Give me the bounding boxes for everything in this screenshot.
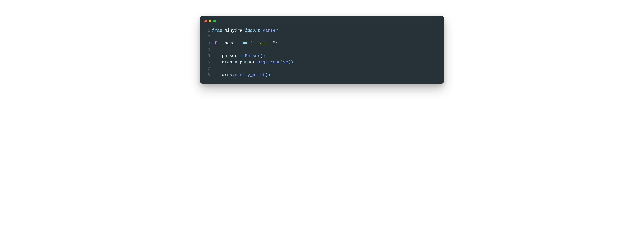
code-token: parser [212, 54, 240, 58]
code-token: Parser [245, 54, 260, 58]
code-token: import [245, 28, 263, 33]
line-number: 4 [205, 47, 210, 53]
code-token: __name__ [220, 41, 242, 46]
code-token: parser [240, 60, 255, 65]
code-token: args [258, 60, 268, 65]
code-line: 1from minydra import Parser [205, 27, 439, 34]
code-line: 5 parser = Parser() [205, 53, 439, 59]
code-token: if [212, 41, 220, 46]
line-number: 7 [205, 66, 210, 72]
code-content: args = parser.args.resolve() [212, 59, 293, 66]
code-token: () [265, 73, 270, 77]
code-line: 3if __name__ == "__main__": [205, 40, 439, 47]
close-icon[interactable] [204, 20, 207, 23]
code-window: 1from minydra import Parser2 3if __name_… [200, 16, 444, 84]
code-token: pretty_print [235, 73, 265, 77]
line-number: 1 [205, 27, 210, 34]
code-content: args.pretty_print() [212, 72, 270, 78]
line-number: 3 [205, 40, 210, 47]
minimize-icon[interactable] [209, 20, 212, 23]
code-content: parser = Parser() [212, 53, 265, 59]
code-token: () [260, 54, 265, 58]
window-titlebar [200, 16, 444, 24]
maximize-icon[interactable] [213, 20, 216, 23]
code-token: Parser [263, 28, 278, 33]
code-content [212, 34, 214, 40]
code-token: == [242, 41, 250, 46]
line-number: 8 [205, 72, 210, 78]
code-token: () [288, 60, 293, 65]
code-token: args [212, 73, 232, 77]
code-line: 6 args = parser.args.resolve() [205, 59, 439, 66]
code-token: minydra [224, 28, 245, 33]
code-line: 4 [205, 47, 439, 53]
code-token: : [276, 41, 278, 46]
code-content [212, 66, 214, 72]
code-content: if __name__ == "__main__": [212, 40, 278, 47]
line-number: 5 [205, 53, 210, 59]
code-line: 8 args.pretty_print() [205, 72, 439, 78]
code-line: 2 [205, 34, 439, 40]
code-token: . [255, 60, 258, 65]
code-token: from [212, 28, 224, 33]
code-token: "__main__" [250, 41, 276, 46]
code-token: args [212, 60, 235, 65]
code-token: . [232, 73, 234, 77]
code-content: from minydra import Parser [212, 27, 278, 34]
line-number: 2 [205, 34, 210, 40]
code-line: 7 [205, 66, 439, 72]
code-token: . [268, 60, 270, 65]
code-token: = [235, 60, 240, 65]
code-token: = [240, 54, 245, 58]
code-token: resolve [270, 60, 288, 65]
code-content [212, 47, 214, 53]
code-body: 1from minydra import Parser2 3if __name_… [200, 24, 444, 84]
line-number: 6 [205, 59, 210, 66]
